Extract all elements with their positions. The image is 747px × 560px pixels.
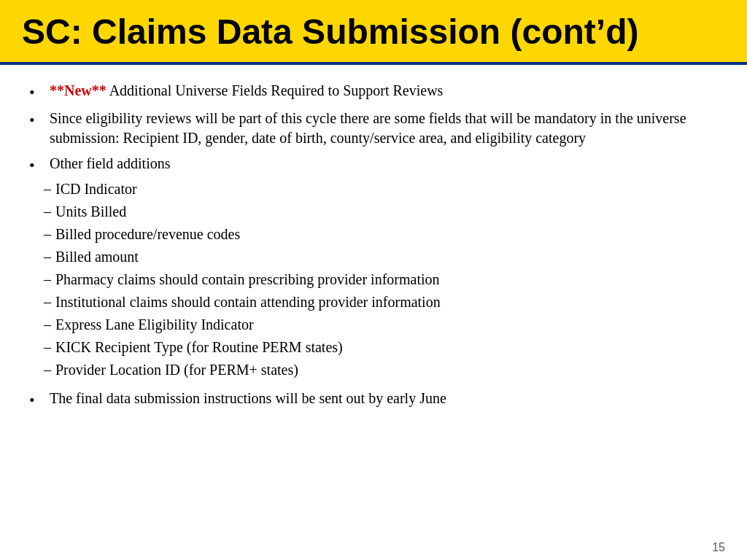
bullet-dot: • xyxy=(29,154,50,176)
slide-title: SC: Claims Data Submission (cont’d) xyxy=(22,13,725,52)
sub-text: Express Lane Eligibility Indicator xyxy=(55,315,441,335)
sub-dash: – xyxy=(29,179,55,199)
sub-dash: – xyxy=(29,247,55,267)
list-item: – ICD Indicator xyxy=(29,179,441,199)
bullet-dot: • xyxy=(29,109,50,131)
bullet-text: Other field additions xyxy=(50,154,171,174)
new-tag: **New** xyxy=(50,82,107,98)
list-item: – Pharmacy claims should contain prescri… xyxy=(29,270,441,289)
list-item: – Units Billed xyxy=(29,202,441,222)
sub-dash: – xyxy=(29,315,55,335)
sub-dash: – xyxy=(29,338,55,357)
slide-footer: 15 xyxy=(0,535,747,560)
bullet-dot: • xyxy=(29,389,50,411)
bullet-text-content: Additional Universe Fields Required to S… xyxy=(107,82,444,98)
main-bullet-list: • **New** Additional Universe Fields Req… xyxy=(29,81,718,417)
sub-text: ICD Indicator xyxy=(55,179,441,199)
list-item: • The final data submission instructions… xyxy=(29,389,718,411)
list-item: • **New** Additional Universe Fields Req… xyxy=(29,81,718,104)
sub-text: Billed procedure/revenue codes xyxy=(55,225,441,244)
list-item: – KICK Recipient Type (for Routine PERM … xyxy=(29,338,441,357)
list-item: – Institutional claims should contain at… xyxy=(29,292,441,312)
sub-text: Units Billed xyxy=(55,202,441,222)
sub-dash: – xyxy=(29,225,55,244)
page-number: 15 xyxy=(712,541,725,554)
sub-bullet-list: – ICD Indicator – Units Billed – Billed … xyxy=(29,179,441,383)
bullet-text: **New** Additional Universe Fields Requi… xyxy=(50,81,718,101)
list-item: – Provider Location ID (for PERM+ states… xyxy=(29,360,441,380)
list-item: – Billed amount xyxy=(29,247,441,267)
list-item: – Billed procedure/revenue codes xyxy=(29,225,441,244)
bullet-text: Since eligibility reviews will be part o… xyxy=(50,109,718,148)
sub-text: Billed amount xyxy=(55,247,441,267)
sub-text: Pharmacy claims should contain prescribi… xyxy=(55,270,441,289)
sub-dash: – xyxy=(29,292,55,312)
list-item: • Since eligibility reviews will be part… xyxy=(29,109,718,148)
sub-text: Institutional claims should contain atte… xyxy=(55,292,441,312)
sub-dash: – xyxy=(29,360,55,380)
sub-text: KICK Recipient Type (for Routine PERM st… xyxy=(55,338,441,357)
sub-dash: – xyxy=(29,270,55,289)
sub-text: Provider Location ID (for PERM+ states) xyxy=(55,360,441,380)
slide: SC: Claims Data Submission (cont’d) • **… xyxy=(0,0,747,560)
list-item: – Express Lane Eligibility Indicator xyxy=(29,315,441,335)
bullet-text: The final data submission instructions w… xyxy=(50,389,718,408)
bullet-dot: • xyxy=(29,81,50,104)
slide-header: SC: Claims Data Submission (cont’d) xyxy=(0,0,747,65)
list-item: • Other field additions – ICD Indicator … xyxy=(29,154,718,383)
content-area: • **New** Additional Universe Fields Req… xyxy=(0,65,747,535)
sub-dash: – xyxy=(29,202,55,222)
